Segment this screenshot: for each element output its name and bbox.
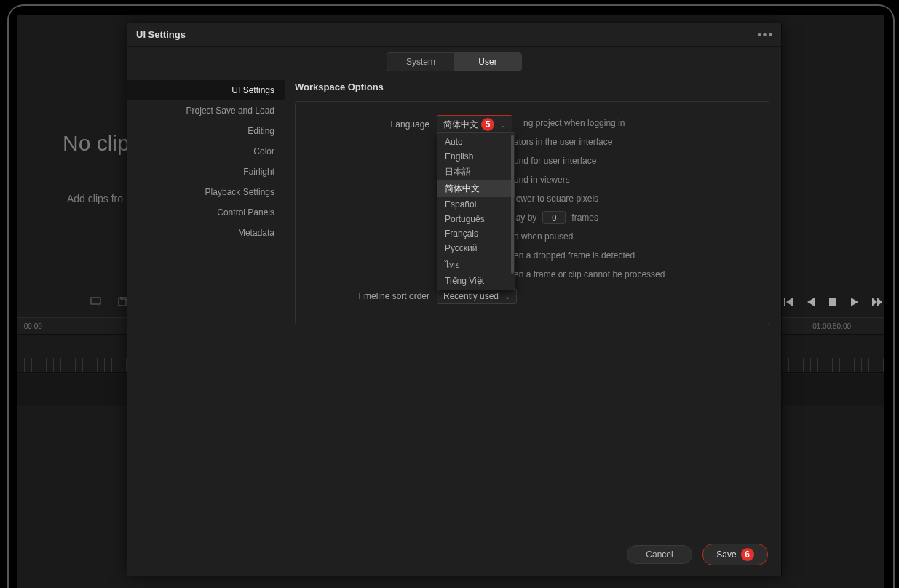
tab-user[interactable]: User [454, 53, 521, 71]
cancel-button[interactable]: Cancel [627, 545, 692, 564]
option-text: en a frame or clip cannot be processed [514, 269, 665, 279]
play-icon[interactable] [850, 297, 860, 307]
tab-switcher: System User [127, 47, 781, 74]
lang-option-spanish[interactable]: Español [437, 197, 515, 212]
cancel-button-label: Cancel [646, 549, 673, 560]
save-button-label: Save [716, 549, 736, 560]
next-icon[interactable] [871, 297, 883, 307]
lang-option-auto[interactable]: Auto [437, 135, 515, 149]
chevron-down-icon: ⌄ [504, 293, 510, 301]
bg-toolbar [90, 297, 130, 310]
timecode-start: :00:00 [22, 322, 42, 330]
lang-option-portuguese[interactable]: Português [437, 212, 515, 226]
language-label: Language [309, 119, 437, 130]
svg-rect-1 [93, 306, 98, 306]
sidebar-item-color[interactable]: Color [127, 141, 285, 162]
lang-option-vietnamese[interactable]: Tiếng Việt [437, 274, 515, 288]
option-text: ators in the user interface [514, 137, 612, 147]
option-text: iewer to square pixels [514, 194, 598, 204]
monitor-icon[interactable] [90, 297, 103, 310]
dialog-title: UI Settings [136, 29, 186, 40]
svg-marker-8 [851, 298, 858, 306]
dropdown-scrollbar[interactable] [511, 135, 514, 274]
option-text: ng project when logging in [523, 118, 625, 128]
sidebar-item-ui-settings[interactable]: UI Settings [127, 80, 285, 100]
dialog-titlebar: UI Settings ••• [127, 23, 781, 47]
section-title: Workspace Options [295, 82, 769, 92]
settings-sidebar: UI Settings Project Save and Load Editin… [127, 74, 285, 538]
play-back-icon[interactable] [806, 297, 816, 307]
sort-order-label: Timeline sort order [309, 291, 437, 301]
svg-marker-10 [877, 298, 882, 306]
annotation-badge-6: 6 [741, 548, 754, 561]
settings-dialog: UI Settings ••• System User UI Settings … [127, 23, 782, 576]
language-select-value: 简体中文 [443, 119, 478, 131]
workspace-options-panel: Language 简体中文 5 ⌄ Auto Engl [295, 101, 769, 325]
sidebar-item-project-save[interactable]: Project Save and Load [127, 100, 285, 121]
lang-option-russian[interactable]: Русский [437, 241, 515, 255]
language-select[interactable]: 简体中文 5 ⌄ [437, 115, 512, 134]
stop-icon[interactable] [828, 297, 838, 307]
save-button[interactable]: Save 6 [702, 544, 768, 565]
sidebar-item-playback[interactable]: Playback Settings [127, 182, 285, 202]
add-clips-hint: Add clips fro [67, 193, 123, 204]
option-text: und for user interface [514, 156, 596, 166]
lang-option-simplified-chinese[interactable]: 简体中文 [437, 180, 515, 197]
dialog-menu-icon[interactable]: ••• [757, 28, 774, 41]
svg-rect-7 [829, 298, 836, 306]
lang-option-thai[interactable]: ไทย [437, 255, 515, 274]
svg-rect-0 [91, 298, 100, 304]
svg-marker-9 [872, 298, 877, 306]
delay-unit: frames [571, 212, 598, 223]
lang-option-french[interactable]: Français [437, 226, 515, 241]
svg-marker-6 [807, 298, 815, 306]
app-window: No clip Add clips fro :00:00 01:00:50:00 [17, 15, 884, 588]
sidebar-item-control-panels[interactable]: Control Panels [127, 202, 285, 223]
tab-system[interactable]: System [387, 53, 454, 71]
option-text: d when paused [514, 231, 573, 242]
annotation-badge-5: 5 [481, 118, 494, 131]
svg-marker-5 [786, 298, 793, 306]
dialog-footer: Cancel Save 6 [627, 544, 768, 565]
settings-main: Workspace Options Language 简体中文 5 ⌄ [285, 74, 781, 538]
device-frame: No clip Add clips fro :00:00 01:00:50:00 [7, 4, 895, 588]
lang-option-english[interactable]: English [437, 149, 515, 164]
svg-rect-4 [784, 298, 785, 306]
transport-controls [784, 297, 884, 307]
no-clips-heading: No clip [63, 131, 130, 156]
sort-order-value: Recently used [443, 291, 499, 301]
chevron-down-icon: ⌄ [500, 121, 506, 129]
option-text: und in viewers [514, 175, 570, 185]
timecode-end: 01:00:50:00 [812, 322, 851, 330]
sidebar-item-fairlight[interactable]: Fairlight [127, 162, 285, 182]
sidebar-item-editing[interactable]: Editing [127, 121, 285, 141]
sort-order-select[interactable]: Recently used ⌄ [437, 288, 517, 304]
delay-label: lay by [514, 212, 536, 223]
language-dropdown: Auto English 日本語 简体中文 Español Português … [437, 132, 515, 290]
lang-option-japanese[interactable]: 日本語 [437, 164, 515, 180]
sidebar-item-metadata[interactable]: Metadata [127, 223, 285, 243]
prev-icon[interactable] [784, 297, 794, 307]
delay-input[interactable]: 0 [542, 211, 566, 224]
option-text: en a dropped frame is detected [514, 250, 635, 261]
